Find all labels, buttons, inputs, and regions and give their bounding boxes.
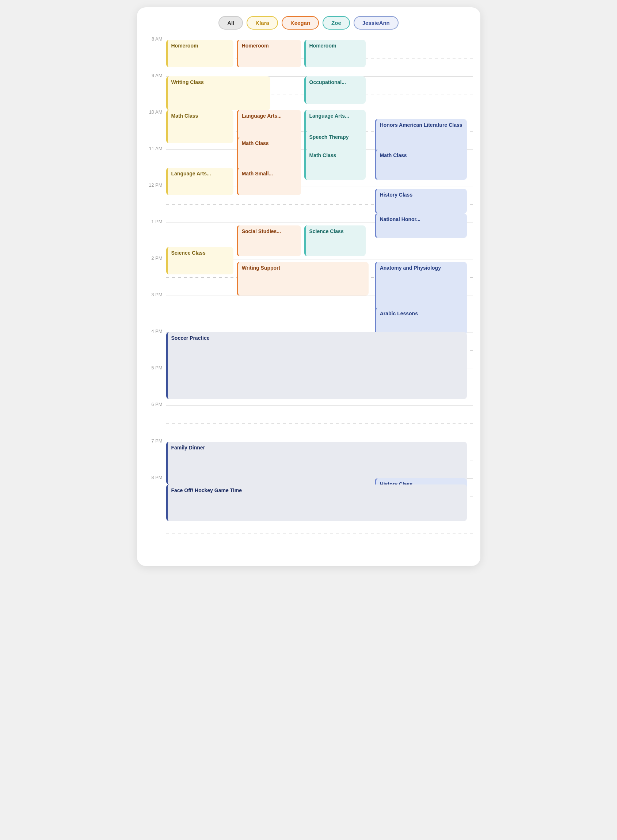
filter-jessieann[interactable]: JessieAnn (354, 16, 399, 30)
hour-row-7: 3 PM (166, 295, 473, 332)
hour-label-3: 11 AM (141, 146, 162, 151)
calendar: 8 AM9 AM10 AM11 AM12 PM1 PM2 PM3 PM4 PM5… (137, 40, 480, 551)
half-line-8 (166, 350, 473, 351)
half-line-10 (166, 424, 473, 424)
hour-line-11 (166, 442, 473, 442)
hour-row-10: 6 PM (166, 405, 473, 442)
filter-all[interactable]: All (218, 16, 243, 30)
hour-line-0 (166, 40, 473, 40)
hour-line-4 (166, 186, 473, 186)
hour-label-12: 8 PM (141, 475, 162, 480)
hour-label-10: 6 PM (141, 402, 162, 407)
hour-line-13 (166, 515, 473, 515)
hour-line-2 (166, 113, 473, 113)
hour-row-11: 7 PM (166, 442, 473, 478)
hour-label-2: 10 AM (141, 109, 162, 115)
hour-line-12 (166, 478, 473, 479)
hour-line-6 (166, 259, 473, 260)
filter-bar: All Klara Keegan Zoe JessieAnn (137, 16, 480, 30)
hour-row-9: 5 PM (166, 369, 473, 405)
hour-label-8: 4 PM (141, 328, 162, 334)
hour-label-1: 9 AM (141, 73, 162, 78)
calendar-wrapper: 8 AM9 AM10 AM11 AM12 PM1 PM2 PM3 PM4 PM5… (137, 40, 480, 551)
half-line-0 (166, 58, 473, 59)
half-line-12 (166, 496, 473, 497)
hour-line-3 (166, 149, 473, 150)
hour-row-4: 12 PM (166, 186, 473, 223)
hour-row-6: 2 PM (166, 259, 473, 295)
filter-zoe[interactable]: Zoe (323, 16, 350, 30)
half-line-13 (166, 533, 473, 533)
half-line-5 (166, 241, 473, 241)
hour-row-12: 8 PM (166, 478, 473, 515)
hour-label-11: 7 PM (141, 438, 162, 444)
hour-label-4: 12 PM (141, 182, 162, 188)
half-line-4 (166, 204, 473, 205)
hour-line-8 (166, 332, 473, 332)
half-line-2 (166, 131, 473, 131)
hour-label-5: 1 PM (141, 219, 162, 224)
hour-line-9 (166, 369, 473, 369)
filter-keegan[interactable]: Keegan (282, 16, 319, 30)
hour-row-5: 1 PM (166, 223, 473, 259)
hour-label-7: 3 PM (141, 292, 162, 297)
half-line-3 (166, 168, 473, 168)
app-container: All Klara Keegan Zoe JessieAnn 8 AM9 AM1… (137, 7, 480, 566)
half-line-7 (166, 314, 473, 314)
hour-line-1 (166, 76, 473, 77)
hour-label-0: 8 AM (141, 36, 162, 42)
hour-row-2: 10 AM (166, 113, 473, 149)
hour-row-3: 11 AM (166, 149, 473, 186)
half-line-9 (166, 387, 473, 387)
hour-line-10 (166, 405, 473, 406)
half-line-1 (166, 94, 473, 95)
hours-container: 8 AM9 AM10 AM11 AM12 PM1 PM2 PM3 PM4 PM5… (166, 40, 473, 551)
hour-row-1: 9 AM (166, 76, 473, 113)
hour-row-8: 4 PM (166, 332, 473, 369)
hour-row-0: 8 AM (166, 40, 473, 76)
hour-label-9: 5 PM (141, 365, 162, 371)
filter-klara[interactable]: Klara (247, 16, 278, 30)
half-line-11 (166, 460, 473, 461)
half-line-6 (166, 277, 473, 278)
hour-line-7 (166, 295, 473, 296)
hour-label-6: 2 PM (141, 255, 162, 261)
hour-line-5 (166, 223, 473, 223)
hour-row-13 (166, 515, 473, 551)
